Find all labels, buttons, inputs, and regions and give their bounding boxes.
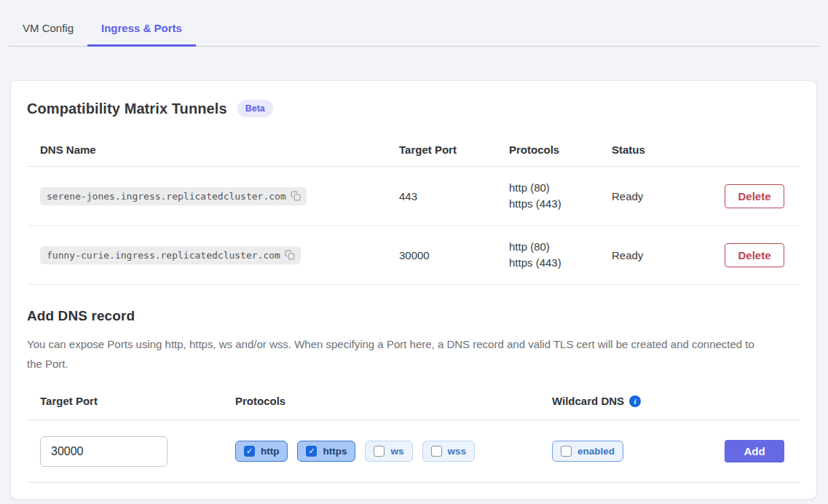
row-target-port: 443 [399,190,509,202]
protocol-line: https (443) [509,197,612,210]
table-row: serene-jones.ingress.replicatedcluster.c… [27,167,800,226]
copy-icon[interactable] [285,250,295,260]
target-port-input[interactable] [40,436,167,467]
protocol-label: https [323,446,347,457]
header-dns-name: DNS Name [27,143,399,156]
dns-name-chip: serene-jones.ingress.replicatedcluster.c… [40,187,307,205]
protocol-label: ws [390,446,403,457]
add-dns-header-row: Target Port Protocols Wildcard DNS i [27,382,800,420]
card-title: Compatibility Matrix Tunnels [27,101,227,117]
tunnels-card: Compatibility Matrix Tunnels Beta DNS Na… [10,80,817,500]
status-badge: Ready [612,190,713,202]
dns-name-text: funny-curie.ingress.replicatedcluster.co… [47,250,280,261]
add-dns-controls-row: http https ws wss enabled [27,420,800,483]
header-target-port: Target Port [399,143,509,156]
row-protocols: http (80) https (443) [509,181,612,210]
checkbox-icon [374,446,385,457]
delete-button[interactable]: Delete [725,243,784,267]
protocol-checkbox-group: http https ws wss [235,441,539,462]
protocol-line: http (80) [509,240,612,253]
checkbox-icon [431,446,442,457]
status-badge: Ready [612,249,713,261]
card-title-row: Compatibility Matrix Tunnels Beta [27,100,800,117]
checkbox-icon [306,446,317,457]
tab-vm-config[interactable]: VM Config [9,16,87,47]
dns-name-text: serene-jones.ingress.replicatedcluster.c… [47,191,286,202]
add-header-protocols: Protocols [222,395,539,407]
header-protocols: Protocols [509,143,612,156]
add-header-target-port: Target Port [40,395,98,407]
table-row: funny-curie.ingress.replicatedcluster.co… [27,226,800,285]
row-protocols: http (80) https (443) [509,240,612,269]
header-status: Status [612,143,713,156]
wildcard-dns-checkbox[interactable]: enabled [552,441,623,462]
protocol-label: http [261,446,279,457]
delete-button[interactable]: Delete [725,184,784,208]
protocol-line: https (443) [509,256,612,269]
protocol-checkbox-https[interactable]: https [297,441,355,462]
tab-ingress-ports[interactable]: Ingress & Ports [87,16,196,47]
protocol-checkbox-http[interactable]: http [235,441,288,462]
wildcard-label: enabled [577,446,615,457]
checkbox-icon [244,446,255,457]
copy-icon[interactable] [291,191,301,201]
beta-badge: Beta [237,100,273,117]
protocol-line: http (80) [509,181,612,194]
tunnels-table-header: DNS Name Target Port Protocols Status [27,133,800,167]
protocol-checkbox-ws[interactable]: ws [365,441,412,462]
protocol-checkbox-wss[interactable]: wss [422,441,476,462]
add-button[interactable]: Add [725,440,784,462]
add-dns-description: You can expose Ports using http, https, … [27,334,762,374]
tab-bar: VM Config Ingress & Ports [9,0,819,47]
protocol-label: wss [448,446,467,457]
dns-name-chip: funny-curie.ingress.replicatedcluster.co… [40,246,301,264]
info-icon[interactable]: i [629,395,641,407]
add-dns-title: Add DNS record [27,308,800,324]
add-header-wildcard-dns: Wildcard DNS [552,395,624,407]
checkbox-icon [561,446,572,457]
row-target-port: 30000 [399,249,509,261]
